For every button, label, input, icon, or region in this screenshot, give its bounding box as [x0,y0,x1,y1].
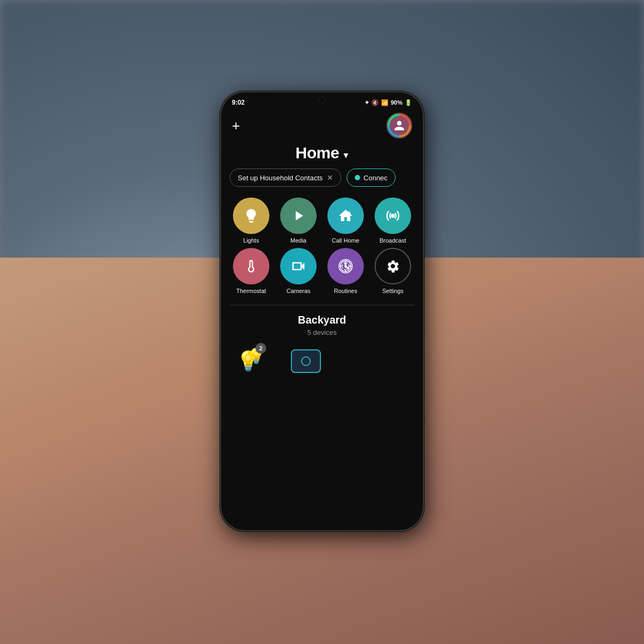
status-time: 9:02 [232,99,245,106]
household-chip-label: Set up Household Contacts [238,174,323,182]
broadcast-item[interactable]: Broadcast [371,197,414,244]
cameras-circle [280,248,317,284]
routines-circle [327,248,364,284]
avatar-inner [390,116,409,135]
thermostat-item[interactable]: Thermostat [230,248,273,294]
avatar[interactable] [386,113,412,138]
connected-dot-icon [355,175,360,180]
add-button[interactable]: + [232,119,240,133]
home-title-text: Home [296,144,339,162]
svg-point-2 [345,265,347,267]
backyard-title: Backyard [230,314,414,326]
phone-wrapper: 9:02 ✦ 🔇 📶 90% 🔋 + [220,91,424,531]
svg-point-1 [391,214,395,218]
lights-item[interactable]: Lights [230,197,273,244]
phone-screen: 9:02 ✦ 🔇 📶 90% 🔋 + [221,92,423,530]
settings-item[interactable]: Settings [371,248,414,294]
battery-icon: 🔋 [405,99,412,106]
camera-icon-wrap [290,345,322,377]
phone-body: 9:02 ✦ 🔇 📶 90% 🔋 + [220,91,424,531]
settings-circle [375,248,411,284]
camera-lens-icon [301,356,311,366]
top-controls: + [221,108,423,141]
camera-notch [319,97,325,103]
camera-box-icon [291,349,321,373]
lights-circle [233,197,269,234]
status-right-icons: ✦ 🔇 📶 90% 🔋 [364,99,412,106]
filter-chips-row: Set up Household Contacts ✕ Connec [221,169,423,195]
routines-label: Routines [334,288,357,294]
bulb-device[interactable]: 💡 💡 2 [232,345,264,377]
thermostat-label: Thermostat [236,288,266,294]
routines-item[interactable]: Routines [324,248,367,294]
backyard-section: Backyard 5 devices 💡 💡 2 [221,314,423,377]
callhome-circle [327,197,364,234]
connected-chip-label: Connec [363,174,387,182]
section-divider [230,305,414,305]
dropdown-arrow-icon: ▾ [343,150,348,160]
bulb-badge: 2 [255,343,266,354]
home-title-section[interactable]: Home ▾ [221,141,423,169]
bluetooth-icon: ✦ [364,99,369,106]
close-chip-icon[interactable]: ✕ [327,173,333,182]
settings-label: Settings [382,288,404,294]
devices-row: 💡 💡 2 [230,345,414,377]
callhome-item[interactable]: Call Home [324,197,367,244]
household-contacts-chip[interactable]: Set up Household Contacts ✕ [230,169,341,187]
connected-chip[interactable]: Connec [347,169,396,187]
main-icons-grid: Lights Media Call Home [221,195,423,303]
media-item[interactable]: Media [277,197,320,244]
callhome-label: Call Home [332,237,359,244]
cameras-item[interactable]: Cameras [277,248,320,294]
lights-label: Lights [243,237,259,244]
cameras-label: Cameras [287,288,311,294]
mute-icon: 🔇 [371,99,379,106]
camera-device[interactable] [290,345,322,377]
broadcast-label: Broadcast [379,237,406,244]
wifi-icon: 📶 [381,99,389,106]
broadcast-circle [375,197,411,234]
thermostat-circle [233,248,269,284]
media-label: Media [290,237,306,244]
battery-text: 90% [391,99,402,106]
backyard-subtitle: 5 devices [230,328,414,336]
bulb-icon-wrap: 💡 💡 2 [232,345,264,377]
media-circle [280,197,317,234]
